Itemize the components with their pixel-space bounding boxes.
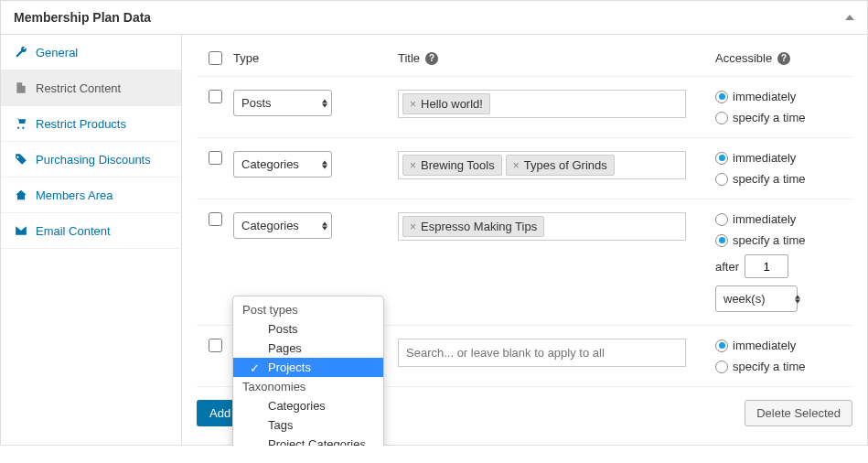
row-checkbox[interactable] bbox=[209, 212, 222, 226]
type-select[interactable]: Categories bbox=[233, 212, 332, 239]
table-header-row: Type Title ? Accessible ? bbox=[197, 48, 852, 77]
radio-label: immediately bbox=[733, 151, 796, 165]
panel-title: Membership Plan Data bbox=[14, 10, 151, 25]
token[interactable]: ×Hello world! bbox=[402, 93, 490, 114]
radio-immediately[interactable]: immediately bbox=[715, 212, 805, 226]
sidebar-item-label: Restrict Products bbox=[36, 117, 126, 131]
radio-immediately[interactable]: immediately bbox=[715, 339, 805, 352]
dropdown-option-pages[interactable]: Pages bbox=[233, 339, 383, 358]
title-token-input[interactable]: ×Hello world! bbox=[398, 90, 686, 118]
type-select-value: Posts bbox=[241, 96, 272, 110]
radio-label: immediately bbox=[733, 90, 796, 103]
home-icon bbox=[14, 188, 28, 202]
title-search-input[interactable] bbox=[402, 342, 681, 363]
radio-immediately[interactable]: immediately bbox=[715, 90, 805, 103]
dropdown-option-tags[interactable]: Tags bbox=[233, 415, 383, 435]
remove-token-icon[interactable]: × bbox=[410, 221, 416, 233]
wrench-icon bbox=[14, 45, 28, 59]
radio-specify[interactable]: specify a time bbox=[715, 111, 805, 124]
sidebar-item-label: Restrict Content bbox=[36, 81, 121, 95]
sidebar-item-label: Members Area bbox=[36, 188, 113, 202]
header-title: Title ? bbox=[398, 51, 715, 65]
caret-icon bbox=[795, 295, 800, 303]
row-checkbox[interactable] bbox=[209, 339, 222, 352]
remove-token-icon[interactable]: × bbox=[410, 159, 416, 172]
header-type: Type bbox=[233, 51, 398, 65]
token-label: Hello world! bbox=[421, 97, 483, 111]
radio-label: specify a time bbox=[733, 233, 805, 247]
radio-icon bbox=[715, 173, 728, 186]
radio-icon bbox=[715, 112, 728, 124]
token[interactable]: ×Espresso Making Tips bbox=[402, 216, 544, 237]
type-select-value: Categories bbox=[241, 219, 299, 232]
radio-specify[interactable]: specify a time bbox=[715, 233, 805, 247]
radio-icon bbox=[715, 213, 728, 226]
dropdown-group-label: Taxonomies bbox=[233, 377, 383, 396]
sidebar-item-email-content[interactable]: Email Content bbox=[1, 213, 181, 249]
type-select-value: Categories bbox=[241, 157, 299, 171]
row-checkbox[interactable] bbox=[209, 151, 222, 165]
token[interactable]: ×Types of Grinds bbox=[506, 155, 615, 176]
membership-plan-panel: Membership Plan Data General Restrict Co… bbox=[0, 0, 868, 446]
dropdown-group-label: Post types bbox=[233, 300, 383, 319]
dropdown-option-projects[interactable]: ✓Projects bbox=[233, 358, 383, 377]
cart-icon bbox=[14, 116, 28, 131]
token-label: Espresso Making Tips bbox=[421, 220, 537, 233]
dropdown-option-categories[interactable]: Categories bbox=[233, 396, 383, 415]
sidebar-item-restrict-content[interactable]: Restrict Content bbox=[1, 70, 181, 106]
token-label: Types of Grinds bbox=[524, 158, 607, 172]
access-options: immediately specify a time after week(s) bbox=[715, 212, 805, 312]
after-row: after bbox=[715, 254, 805, 278]
sidebar-item-purchasing-discounts[interactable]: Purchasing Discounts bbox=[1, 142, 181, 178]
panel-body: General Restrict Content Restrict Produc… bbox=[1, 35, 867, 445]
radio-icon bbox=[715, 361, 728, 373]
header-accessible-label: Accessible bbox=[715, 51, 772, 65]
remove-token-icon[interactable]: × bbox=[410, 98, 416, 111]
check-icon: ✓ bbox=[250, 361, 260, 375]
access-options: immediately specify a time bbox=[715, 90, 805, 124]
row-checkbox[interactable] bbox=[209, 90, 222, 103]
access-options: immediately specify a time bbox=[715, 339, 805, 373]
type-dropdown[interactable]: Post types Posts Pages ✓Projects Taxonom… bbox=[232, 296, 384, 446]
help-icon[interactable]: ? bbox=[777, 52, 790, 65]
select-all-checkbox[interactable] bbox=[209, 51, 222, 65]
caret-icon bbox=[322, 99, 327, 107]
radio-icon bbox=[715, 91, 728, 103]
type-select[interactable]: Categories bbox=[233, 151, 332, 178]
mail-icon bbox=[14, 223, 28, 238]
radio-icon bbox=[715, 339, 728, 352]
title-token-input[interactable]: ×Espresso Making Tips bbox=[398, 212, 686, 241]
caret-icon bbox=[322, 160, 327, 168]
tag-icon bbox=[14, 152, 28, 167]
title-token-input[interactable]: ×Brewing Tools ×Types of Grinds bbox=[398, 151, 686, 179]
unit-select[interactable]: week(s) bbox=[715, 285, 805, 312]
radio-specify[interactable]: specify a time bbox=[715, 172, 805, 186]
after-value-input[interactable] bbox=[745, 254, 788, 278]
sidebar-item-label: General bbox=[36, 46, 78, 59]
delete-selected-button[interactable]: Delete Selected bbox=[745, 400, 852, 426]
radio-label: specify a time bbox=[733, 172, 805, 186]
collapse-toggle-icon[interactable] bbox=[845, 15, 854, 20]
dropdown-option-posts[interactable]: Posts bbox=[233, 319, 383, 339]
help-icon[interactable]: ? bbox=[425, 52, 438, 65]
radio-label: immediately bbox=[733, 339, 796, 352]
sidebar-item-label: Email Content bbox=[36, 224, 111, 238]
rule-row: Categories ×Brewing Tools ×Types of Grin… bbox=[197, 138, 852, 199]
token[interactable]: ×Brewing Tools bbox=[402, 155, 502, 176]
radio-immediately[interactable]: immediately bbox=[715, 151, 805, 165]
header-accessible: Accessible ? bbox=[715, 51, 852, 65]
after-label: after bbox=[715, 260, 739, 274]
rule-row: Posts ×Hello world! immediately specify … bbox=[197, 77, 852, 138]
title-token-input[interactable] bbox=[398, 339, 686, 367]
radio-label: immediately bbox=[733, 212, 796, 226]
document-icon bbox=[14, 81, 28, 95]
radio-specify[interactable]: specify a time bbox=[715, 360, 805, 373]
sidebar-item-restrict-products[interactable]: Restrict Products bbox=[1, 106, 181, 142]
sidebar: General Restrict Content Restrict Produc… bbox=[1, 35, 182, 445]
dropdown-option-project-categories[interactable]: Project Categories bbox=[233, 435, 383, 446]
remove-token-icon[interactable]: × bbox=[513, 159, 520, 172]
sidebar-item-general[interactable]: General bbox=[1, 35, 181, 70]
type-select[interactable]: Posts bbox=[233, 90, 332, 116]
dropdown-option-label: Projects bbox=[268, 361, 311, 374]
sidebar-item-members-area[interactable]: Members Area bbox=[1, 178, 181, 213]
